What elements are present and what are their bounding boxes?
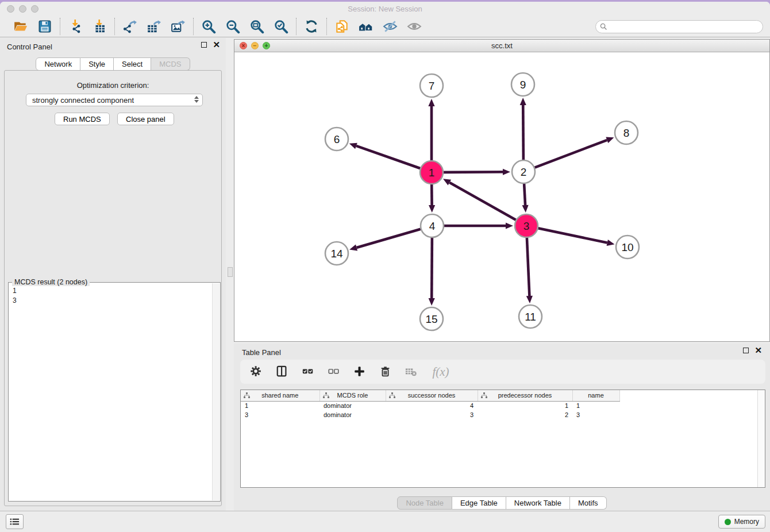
memory-status-icon [725, 519, 731, 525]
column-header-predecessor-nodes[interactable]: predecessor nodes [478, 390, 572, 401]
graph-node-label: 7 [429, 80, 435, 92]
open-session-icon[interactable] [13, 18, 29, 34]
home-icon[interactable] [358, 18, 374, 34]
network-window-titlebar: × − + scc.txt [234, 40, 769, 52]
close-window-button[interactable] [7, 5, 14, 13]
close-panel-button[interactable]: Close panel [117, 113, 174, 125]
edge-arrowhead-icon [349, 245, 357, 251]
window-traffic-lights[interactable] [7, 5, 38, 13]
search-input[interactable] [607, 21, 763, 33]
delete-table-icon[interactable] [403, 364, 419, 380]
table-cell[interactable]: 4 [386, 401, 478, 410]
graph-edge[interactable] [432, 238, 432, 298]
table-cell[interactable]: dominator [319, 401, 386, 410]
close-panel-icon[interactable]: ✕ [213, 42, 220, 48]
graph-edge[interactable] [538, 228, 607, 242]
export-network-icon[interactable] [122, 18, 138, 34]
run-mcds-button[interactable]: Run MCDS [55, 113, 110, 125]
tab-motifs[interactable]: Motifs [570, 496, 607, 510]
graph-node-label: 4 [429, 220, 436, 232]
table-row[interactable]: 1dominator411 [241, 401, 619, 410]
graph-edge[interactable] [444, 172, 503, 172]
deselect-all-icon[interactable] [326, 364, 342, 380]
zoom-in-icon[interactable] [201, 18, 217, 34]
column-header-successor-nodes[interactable]: successor nodes [386, 390, 478, 401]
save-session-icon[interactable] [37, 18, 53, 34]
import-network-icon[interactable] [67, 18, 83, 34]
table-cell[interactable]: 3 [241, 410, 319, 419]
import-table-icon[interactable] [91, 18, 107, 34]
memory-label: Memory [734, 518, 759, 526]
show-details-icon[interactable] [406, 18, 422, 34]
tab-style[interactable]: Style [80, 57, 114, 71]
maximize-window-button[interactable] [31, 5, 38, 13]
tab-network-table[interactable]: Network Table [506, 496, 570, 510]
gear-icon[interactable] [248, 364, 264, 380]
function-icon[interactable]: f(x) [429, 364, 452, 380]
node-table[interactable]: shared name MCDS role successor nodes pr… [241, 390, 620, 419]
tab-node-table[interactable]: Node Table [397, 496, 452, 510]
columns-icon[interactable] [274, 364, 290, 380]
graph-edge[interactable] [523, 105, 523, 160]
result-scrollbar[interactable] [212, 283, 220, 500]
close-table-panel-icon[interactable]: ✕ [754, 348, 762, 353]
select-all-icon[interactable] [300, 364, 316, 380]
table-panel-tabs: Node TableEdge TableNetwork TableMotifs [234, 496, 770, 510]
column-header-MCDS-role[interactable]: MCDS role [319, 390, 386, 401]
graph-edge[interactable] [535, 140, 607, 168]
table-cell[interactable]: 3 [572, 410, 619, 419]
select-stepper-icon [194, 96, 199, 103]
tab-edge-table[interactable]: Edge Table [452, 496, 506, 510]
memory-button[interactable]: Memory [718, 515, 765, 529]
table-cell[interactable]: 2 [478, 410, 572, 419]
network-minimize-button[interactable]: − [251, 42, 259, 49]
table-cell[interactable]: 1 [478, 401, 572, 410]
search-box[interactable] [595, 20, 763, 33]
graph-node-label: 9 [520, 79, 526, 91]
app-window: Session: New Session Control [0, 2, 770, 532]
column-header-name[interactable]: name [572, 390, 619, 401]
panel-list-button[interactable] [6, 514, 24, 529]
edge-arrowhead-icon [429, 205, 435, 213]
network-zoom-button[interactable]: + [263, 42, 270, 49]
column-header-shared-name[interactable]: shared name [241, 390, 319, 401]
network-canvas[interactable]: 7968124314101511 [234, 52, 769, 341]
edge-arrowhead-icon [506, 222, 513, 229]
add-column-icon[interactable] [352, 364, 368, 380]
graph-node-label: 6 [334, 133, 340, 145]
minimize-window-button[interactable] [19, 5, 26, 13]
zoom-selected-icon[interactable] [273, 18, 289, 34]
float-panel-icon[interactable] [201, 42, 207, 48]
graph-edge[interactable] [449, 183, 515, 220]
table-row[interactable]: 3dominator323 [241, 410, 619, 419]
graph-edge[interactable] [357, 229, 421, 248]
vertical-split-handle[interactable] [228, 267, 233, 277]
delete-column-icon[interactable] [378, 364, 394, 380]
tab-network[interactable]: Network [36, 57, 80, 71]
graph-edge[interactable] [356, 146, 420, 168]
zoom-fit-icon[interactable] [249, 18, 265, 34]
zoom-out-icon[interactable] [225, 18, 241, 34]
optimization-select[interactable]: strongly connected component [26, 94, 203, 106]
network-close-button[interactable]: × [240, 42, 247, 49]
refresh-icon[interactable] [303, 18, 319, 34]
graph-edge[interactable] [524, 184, 525, 205]
search-icon [600, 23, 607, 30]
mcds-result-text[interactable]: 13 [13, 286, 212, 500]
float-table-panel-icon[interactable] [743, 348, 749, 353]
tab-select[interactable]: Select [114, 57, 151, 71]
hide-details-icon[interactable] [382, 18, 398, 34]
table-cell[interactable]: dominator [319, 410, 386, 419]
table-cell[interactable]: 3 [386, 410, 478, 419]
edge-arrowhead-icon [349, 143, 357, 149]
table-cell[interactable]: 1 [241, 401, 319, 410]
tab-mcds[interactable]: MCDS [151, 57, 190, 71]
export-table-icon[interactable] [146, 18, 162, 34]
table-scrollbar[interactable] [757, 390, 765, 487]
graph-edge[interactable] [527, 238, 529, 296]
clone-network-icon[interactable] [334, 18, 350, 34]
table-cell[interactable]: 1 [572, 401, 619, 410]
mcds-result-line: 3 [13, 296, 212, 306]
node-table-container: shared name MCDS role successor nodes pr… [240, 390, 765, 488]
export-image-icon[interactable] [170, 18, 186, 34]
